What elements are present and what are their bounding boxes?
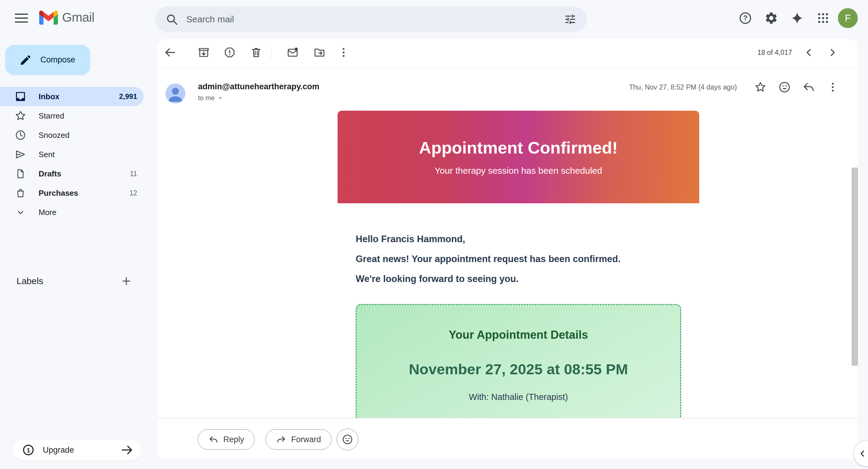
body-line-1: Great news! Your appointment request has… <box>355 249 681 269</box>
email-date: Thu, Nov 27, 8:52 PM (4 days ago) <box>629 83 737 91</box>
sidebar-item-starred[interactable]: Starred <box>0 106 144 125</box>
reply-button[interactable]: Reply <box>198 429 255 450</box>
pagination-counter: 18 of 4,017 <box>757 49 792 57</box>
mail-toolbar: 18 of 4,017 <box>158 39 858 69</box>
topbar-actions: ? F <box>733 0 868 36</box>
sidebar-item-sent[interactable]: Sent <box>0 145 144 164</box>
older-email-icon[interactable] <box>826 46 839 59</box>
sidebar-item-label: Inbox <box>38 92 59 101</box>
sender-email[interactable]: admin@attuneheartherapy.com <box>198 82 319 91</box>
forward-button-label: Forward <box>291 435 321 444</box>
sidebar-nav: Inbox 2,991 Starred Snoozed Sent <box>0 87 144 222</box>
chevron-down-icon <box>14 206 27 219</box>
emoji-reaction-icon[interactable] <box>778 81 791 94</box>
search-icon[interactable] <box>165 13 179 26</box>
mail-view-card: 18 of 4,017 admin@attuneheartherapy.com … <box>158 39 858 459</box>
one-badge-icon: 1 <box>22 443 35 457</box>
details-datetime: November 27, 2025 at 08:55 PM <box>356 360 680 378</box>
clock-icon <box>14 128 27 142</box>
mark-unread-icon[interactable] <box>286 46 299 59</box>
smiley-icon <box>341 433 353 445</box>
gmail-logo: Gmail <box>39 10 94 25</box>
banner-subtitle: Your therapy session has been scheduled <box>338 165 699 176</box>
star-email-icon[interactable] <box>754 81 767 94</box>
banner-title: Appointment Confirmed! <box>338 111 699 157</box>
inbox-icon <box>14 90 27 103</box>
svg-text:?: ? <box>743 14 747 22</box>
gmail-wordmark: Gmail <box>62 10 94 25</box>
report-spam-icon[interactable] <box>223 46 236 59</box>
forward-arrow-icon <box>276 434 286 445</box>
search-input[interactable] <box>186 14 564 24</box>
apps-grid-icon[interactable] <box>810 5 836 31</box>
sidebar-item-drafts[interactable]: Drafts 11 <box>0 164 144 183</box>
back-icon[interactable] <box>163 46 177 59</box>
sidebar-item-label: Starred <box>38 111 64 121</box>
toolbar-divider <box>271 46 272 59</box>
archive-icon[interactable] <box>197 46 210 59</box>
content-divider <box>158 418 858 418</box>
arrow-right-icon <box>120 443 134 457</box>
pencil-icon <box>19 54 32 66</box>
email-body-viewport[interactable]: Appointment Confirmed! Your therapy sess… <box>158 111 858 418</box>
sender-avatar[interactable] <box>165 84 185 104</box>
top-bar: Gmail ? <box>0 0 868 36</box>
details-title: Your Appointment Details <box>356 305 680 342</box>
chevron-left-icon <box>858 448 868 459</box>
email-header: admin@attuneheartherapy.com to me Thu, N… <box>158 69 858 111</box>
sidebar: Compose Inbox 2,991 Starred Snoozed <box>0 36 158 469</box>
sidebar-item-snoozed[interactable]: Snoozed <box>0 125 144 145</box>
scrollbar-thumb[interactable] <box>852 168 858 365</box>
sidebar-item-label: Purchases <box>38 188 79 198</box>
message-more-icon[interactable] <box>826 81 839 94</box>
star-icon <box>14 109 27 122</box>
greeting-line: Hello Francis Hammond, <box>355 229 681 249</box>
sidebar-item-label: Drafts <box>38 169 61 179</box>
reply-arrow-icon <box>208 434 218 445</box>
search-bar[interactable] <box>155 7 587 32</box>
upgrade-label: Upgrade <box>43 445 74 455</box>
sidebar-item-count: 2,991 <box>119 92 137 101</box>
reply-button-label: Reply <box>223 435 244 444</box>
svg-text:1: 1 <box>27 447 30 453</box>
settings-gear-icon[interactable] <box>758 5 784 31</box>
labels-header-row: Labels <box>0 273 144 289</box>
draft-icon <box>14 167 27 180</box>
forward-button[interactable]: Forward <box>266 429 332 450</box>
help-icon[interactable]: ? <box>733 5 758 31</box>
compose-label: Compose <box>40 55 75 64</box>
appointment-details-box: Your Appointment Details November 27, 20… <box>355 304 681 418</box>
sidebar-item-label: Sent <box>38 150 55 159</box>
details-dropdown-icon[interactable] <box>217 95 224 101</box>
body-line-2: We're looking forward to seeing you. <box>355 269 681 289</box>
sidebar-item-more[interactable]: More <box>0 203 144 222</box>
gemini-icon[interactable] <box>784 5 810 31</box>
search-filters-icon[interactable] <box>564 13 577 26</box>
account-avatar[interactable]: F <box>838 8 858 28</box>
upgrade-button[interactable]: 1 Upgrade <box>13 439 142 461</box>
recipient-label: to me <box>198 94 215 102</box>
compose-button[interactable]: Compose <box>5 45 90 75</box>
add-label-icon[interactable] <box>120 274 133 288</box>
labels-title: Labels <box>17 276 43 286</box>
send-icon <box>14 148 27 161</box>
menu-icon[interactable] <box>13 11 30 25</box>
delete-icon[interactable] <box>250 46 263 59</box>
sidebar-item-inbox[interactable]: Inbox 2,991 <box>0 87 144 106</box>
email-actions: Reply Forward <box>158 429 858 451</box>
gmail-m-icon <box>39 10 58 25</box>
sidebar-item-purchases[interactable]: Purchases 12 <box>0 183 144 203</box>
email-content: Appointment Confirmed! Your therapy sess… <box>338 111 699 418</box>
sidebar-item-label: Snoozed <box>38 130 70 140</box>
newer-email-icon[interactable] <box>802 46 815 59</box>
email-body-text: Hello Francis Hammond, Great news! Your … <box>338 229 699 289</box>
more-options-icon[interactable] <box>337 46 350 59</box>
details-therapist: With: Nathalie (Therapist) <box>356 391 680 402</box>
reply-icon[interactable] <box>802 81 815 94</box>
add-reaction-button[interactable] <box>337 429 358 450</box>
recipient-row[interactable]: to me <box>198 94 319 102</box>
shopping-bag-icon <box>14 186 27 200</box>
move-to-icon[interactable] <box>313 46 326 59</box>
sidebar-item-label: More <box>38 208 56 217</box>
confirmation-banner: Appointment Confirmed! Your therapy sess… <box>338 111 699 203</box>
